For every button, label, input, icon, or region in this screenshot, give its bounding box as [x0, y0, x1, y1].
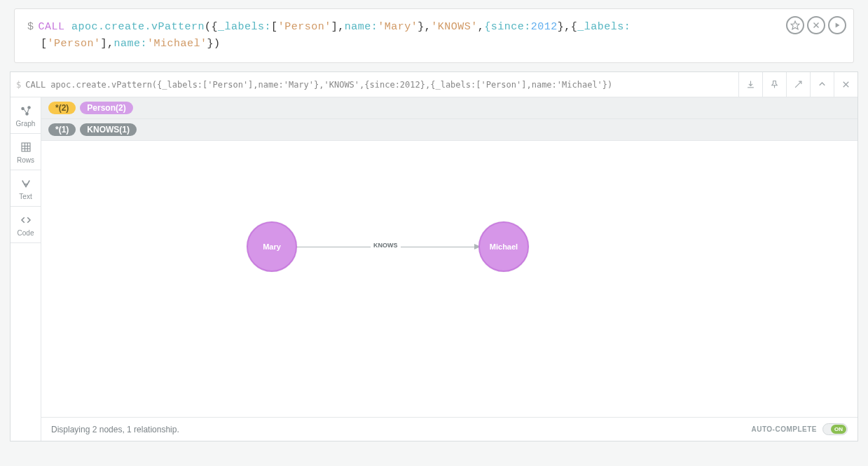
download-button[interactable] — [738, 72, 762, 97]
tag-all-nodes[interactable]: *(2) — [48, 102, 76, 114]
close-result-button[interactable] — [834, 72, 857, 97]
graph-node-michael[interactable]: Michael — [478, 221, 529, 272]
result-prompt: $ — [11, 80, 21, 90]
svg-line-7 — [795, 81, 801, 88]
collapse-up-button[interactable] — [810, 72, 834, 97]
view-tab-rows[interactable]: Rows — [11, 134, 41, 170]
result-footer: Displaying 2 nodes, 1 relationship. AUTO… — [41, 417, 857, 441]
view-tab-text-label: Text — [11, 193, 41, 200]
svg-rect-15 — [22, 143, 30, 151]
view-tab-code-label: Code — [11, 229, 41, 237]
view-tab-code[interactable]: Code — [11, 207, 41, 243]
toggle-knob: ON — [831, 425, 846, 434]
graph-node-mary[interactable]: Mary — [247, 221, 297, 272]
svg-point-12 — [25, 112, 29, 116]
status-text: Displaying 2 nodes, 1 relationship. — [51, 425, 751, 434]
svg-marker-3 — [836, 23, 840, 28]
tag-person[interactable]: Person(2) — [80, 102, 132, 114]
svg-point-11 — [27, 106, 31, 109]
executed-query-text: CALL apoc.create.vPattern({_labels:['Per… — [21, 80, 738, 90]
relationship-types-bar: *(1) KNOWS(1) — [41, 119, 857, 141]
view-sidebar: Graph Rows Text Code — [11, 97, 41, 441]
query-editor-text[interactable]: $CALL apoc.create.vPattern({_labels:['Pe… — [15, 9, 786, 62]
result-content: *(2) Person(2) *(1) KNOWS(1) KNOWS Mary … — [41, 97, 857, 441]
result-body: Graph Rows Text Code *(2) Person(2) *(1) — [11, 97, 857, 441]
editor-actions — [786, 9, 853, 34]
autocomplete-toggle[interactable]: ON — [822, 423, 848, 435]
tag-all-rels[interactable]: *(1) — [48, 123, 76, 136]
favorite-button[interactable] — [786, 16, 804, 34]
view-tab-text[interactable]: Text — [11, 170, 41, 207]
query-editor: $CALL apoc.create.vPattern({_labels:['Pe… — [14, 8, 854, 63]
result-header: $ CALL apoc.create.vPattern({_labels:['P… — [11, 72, 857, 97]
node-labels-bar: *(2) Person(2) — [41, 97, 857, 119]
clear-button[interactable] — [807, 16, 825, 34]
result-panel: $ CALL apoc.create.vPattern({_labels:['P… — [10, 71, 858, 441]
tag-knows[interactable]: KNOWS(1) — [80, 123, 137, 136]
svg-line-13 — [24, 109, 27, 113]
edge-label[interactable]: KNOWS — [371, 242, 401, 249]
autocomplete-label: AUTO-COMPLETE — [751, 425, 817, 433]
prompt-symbol: $ — [27, 21, 34, 33]
view-tab-rows-label: Rows — [11, 156, 41, 164]
result-header-actions — [738, 72, 857, 97]
view-tab-graph-label: Graph — [11, 120, 41, 128]
graph-canvas[interactable]: KNOWS Mary Michael — [41, 141, 857, 417]
expand-button[interactable] — [786, 72, 810, 97]
svg-marker-0 — [791, 21, 799, 29]
svg-line-14 — [27, 109, 29, 113]
run-button[interactable] — [828, 16, 846, 34]
view-tab-graph[interactable]: Graph — [11, 97, 41, 134]
pin-button[interactable] — [762, 72, 786, 97]
